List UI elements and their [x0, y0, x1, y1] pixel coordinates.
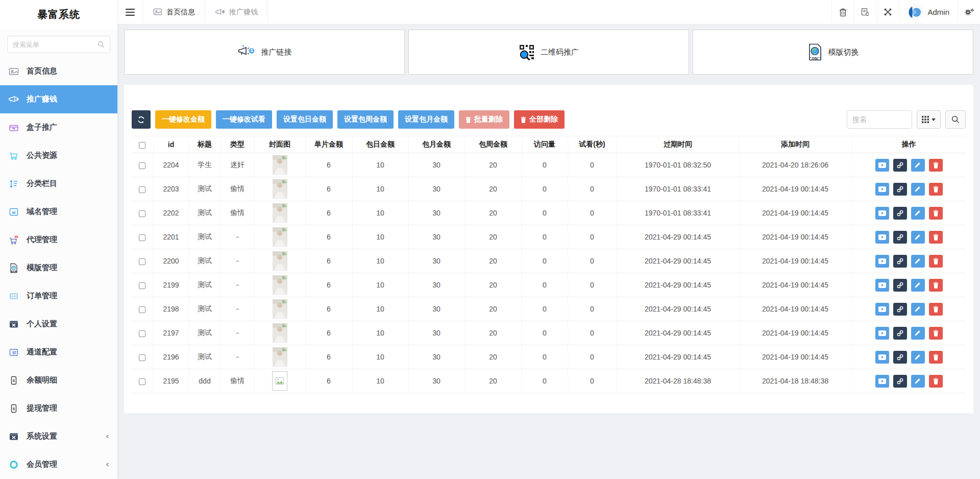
- delete-button[interactable]: [929, 207, 943, 220]
- qrcode-promo-card[interactable]: 二维码推广: [408, 30, 689, 75]
- edit-button[interactable]: [911, 327, 925, 340]
- row-checkbox[interactable]: [139, 306, 145, 313]
- edit-button[interactable]: [911, 303, 925, 316]
- delete-button[interactable]: [929, 159, 943, 172]
- cover-thumbnail[interactable]: [273, 155, 287, 175]
- edit-button[interactable]: [911, 207, 925, 220]
- copy-link-button[interactable]: [893, 159, 907, 172]
- row-checkbox[interactable]: [139, 282, 145, 289]
- sidebar-item-balance-details[interactable]: $ 余额明细: [0, 366, 117, 394]
- delete-button[interactable]: [929, 303, 943, 316]
- video-preview-button[interactable]: [875, 231, 889, 244]
- promo-link-card[interactable]: $ 推广链接: [124, 30, 405, 75]
- video-preview-button[interactable]: [875, 279, 889, 292]
- copy-link-button[interactable]: [893, 351, 907, 364]
- sidebar-item-box-promo[interactable]: 盒子推广: [0, 113, 117, 141]
- row-checkbox[interactable]: [139, 162, 145, 169]
- delete-button[interactable]: [929, 351, 943, 364]
- delete-button[interactable]: [929, 255, 943, 268]
- refresh-button[interactable]: [132, 110, 151, 129]
- sidebar-item-personal-settings[interactable]: 个人设置: [0, 310, 117, 338]
- cover-thumbnail[interactable]: [273, 323, 287, 343]
- delete-button[interactable]: [929, 375, 943, 388]
- row-checkbox[interactable]: [139, 210, 145, 217]
- refresh-page-button[interactable]: [854, 0, 876, 24]
- batch-delete-button[interactable]: 批量删除: [459, 110, 509, 129]
- copy-link-button[interactable]: [893, 207, 907, 220]
- tab-promo-earn[interactable]: $ 推广赚钱: [205, 0, 268, 24]
- video-preview-button[interactable]: [875, 207, 889, 220]
- menu-toggle-button[interactable]: [117, 0, 143, 24]
- edit-button[interactable]: [911, 159, 925, 172]
- row-checkbox[interactable]: [139, 378, 145, 385]
- user-menu[interactable]: Admin: [899, 0, 958, 24]
- clear-cache-button[interactable]: [831, 0, 854, 24]
- search-button[interactable]: [945, 110, 966, 129]
- edit-button[interactable]: [911, 255, 925, 268]
- video-preview-button[interactable]: [875, 303, 889, 316]
- sidebar-item-home-info[interactable]: 首页信息: [0, 57, 117, 85]
- sidebar-item-domains[interactable]: w 域名管理: [0, 198, 117, 226]
- sidebar-item-promo-earn[interactable]: $ 推广赚钱: [0, 85, 117, 113]
- video-preview-button[interactable]: [875, 255, 889, 268]
- tab-home-info[interactable]: 首页信息: [143, 0, 205, 24]
- row-checkbox[interactable]: [139, 234, 145, 241]
- table-search-input[interactable]: [847, 110, 912, 129]
- modify-price-button[interactable]: 一键修改金额: [155, 110, 211, 129]
- sidebar-item-system-settings[interactable]: 系统设置 ‹: [0, 422, 117, 450]
- set-month-price-button[interactable]: 设置包月金额: [398, 110, 454, 129]
- sidebar-item-orders[interactable]: 订单管理: [0, 282, 117, 310]
- video-preview-button[interactable]: [875, 159, 889, 172]
- set-day-price-button[interactable]: 设置包日金额: [277, 110, 333, 129]
- copy-link-button[interactable]: [893, 231, 907, 244]
- cover-thumbnail[interactable]: [273, 179, 287, 199]
- modify-preview-button[interactable]: 一键修改试看: [216, 110, 272, 129]
- sidebar-search-input[interactable]: [13, 41, 94, 49]
- edit-button[interactable]: [911, 351, 925, 364]
- row-checkbox[interactable]: [139, 186, 145, 193]
- copy-link-button[interactable]: [893, 327, 907, 340]
- edit-button[interactable]: [911, 231, 925, 244]
- edit-button[interactable]: [911, 183, 925, 196]
- video-preview-button[interactable]: [875, 327, 889, 340]
- sidebar-item-members[interactable]: 会员管理 ‹: [0, 450, 117, 478]
- video-icon: [878, 258, 886, 264]
- delete-all-button[interactable]: 全部删除: [514, 110, 565, 129]
- delete-button[interactable]: [929, 327, 943, 340]
- video-preview-button[interactable]: [875, 375, 889, 388]
- row-checkbox[interactable]: [139, 354, 145, 361]
- sidebar-item-withdrawals[interactable]: $ 提现管理: [0, 394, 117, 422]
- copy-link-button[interactable]: [893, 375, 907, 388]
- row-checkbox[interactable]: [139, 258, 145, 265]
- cover-thumbnail[interactable]: [273, 299, 287, 319]
- template-switch-card[interactable]: HTML 模版切换: [693, 30, 973, 75]
- column-toggle-button[interactable]: [917, 110, 941, 129]
- delete-button[interactable]: [929, 231, 943, 244]
- sidebar-item-categories[interactable]: 分类栏目: [0, 170, 117, 198]
- select-all-checkbox[interactable]: [139, 142, 145, 149]
- sidebar-item-templates[interactable]: HTML 模版管理: [0, 254, 117, 282]
- cover-thumbnail[interactable]: [273, 347, 287, 367]
- copy-link-button[interactable]: [893, 303, 907, 316]
- row-checkbox[interactable]: [139, 330, 145, 337]
- sidebar-item-channel-config[interactable]: $ 通道配置: [0, 338, 117, 366]
- cover-thumbnail[interactable]: [273, 275, 287, 295]
- cover-thumbnail[interactable]: [273, 227, 287, 247]
- set-week-price-button[interactable]: 设置包周金额: [337, 110, 394, 129]
- delete-button[interactable]: [929, 183, 943, 196]
- picture-icon: [153, 8, 162, 16]
- edit-button[interactable]: [911, 279, 925, 292]
- video-preview-button[interactable]: [875, 183, 889, 196]
- edit-button[interactable]: [911, 375, 925, 388]
- settings-button[interactable]: [958, 0, 980, 24]
- copy-link-button[interactable]: [893, 183, 907, 196]
- fullscreen-button[interactable]: [876, 0, 899, 24]
- delete-button[interactable]: [929, 279, 943, 292]
- video-preview-button[interactable]: [875, 351, 889, 364]
- sidebar-item-agents[interactable]: 代理管理: [0, 226, 117, 254]
- cover-thumbnail[interactable]: [273, 251, 287, 271]
- copy-link-button[interactable]: [893, 279, 907, 292]
- copy-link-button[interactable]: [893, 255, 907, 268]
- cover-thumbnail[interactable]: [273, 203, 287, 223]
- sidebar-item-public-resources[interactable]: 公共资源: [0, 141, 117, 170]
